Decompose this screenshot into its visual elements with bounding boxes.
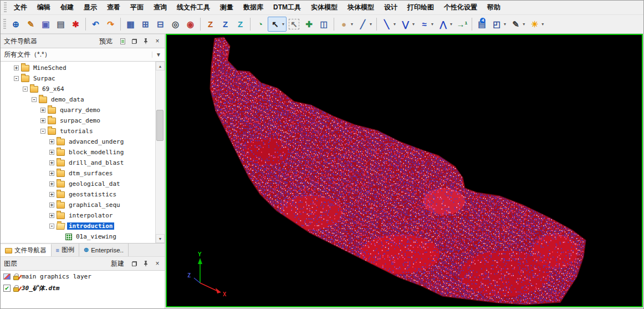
scrollbar-thumb[interactable]: [156, 110, 163, 141]
tab-Enterprise..[interactable]: ⊕Enterprise..: [79, 244, 129, 256]
tree-item-graphical_sequ[interactable]: +graphical_sequ: [1, 200, 155, 210]
preview-icon[interactable]: [117, 36, 127, 46]
tree-item-MineSched[interactable]: +MineSched: [1, 63, 155, 73]
line-tool-button[interactable]: ╲▾: [379, 17, 398, 32]
forms-button[interactable]: ▤4: [474, 17, 489, 32]
tree-expander-icon[interactable]: +: [40, 118, 45, 123]
close-panel-button[interactable]: ×: [152, 36, 162, 46]
tree-expander-icon[interactable]: +: [49, 139, 54, 144]
menu-查看[interactable]: 查看: [102, 1, 125, 14]
z-raise-button[interactable]: Z: [218, 17, 233, 32]
tree-expander-icon[interactable]: +: [49, 192, 54, 197]
z-plane-button[interactable]: Z: [203, 17, 218, 32]
view-window-button[interactable]: ◫: [316, 17, 331, 32]
profile-tool-button-dropdown[interactable]: ▾: [449, 22, 453, 27]
layer-lock-edit-icon[interactable]: [13, 287, 19, 292]
float-panel-button[interactable]: [129, 36, 139, 46]
toolbar-grip[interactable]: [3, 19, 6, 30]
edit-pencil-button[interactable]: ✎▾: [508, 17, 527, 32]
tree-item-interpolator[interactable]: +interpolator: [1, 210, 155, 221]
zoom-point-button[interactable]: ◉: [183, 17, 198, 32]
menu-显示[interactable]: 显示: [79, 1, 102, 14]
windows-layout-button[interactable]: ◰▾: [489, 17, 508, 32]
windows-layout-button-dropdown[interactable]: ▾: [503, 22, 507, 27]
scrollbar-track[interactable]: [156, 70, 165, 234]
undo-button[interactable]: ↶: [88, 17, 103, 32]
curve-tool-button[interactable]: ≈▾: [417, 17, 436, 32]
box-select-button[interactable]: ↖: [287, 17, 301, 32]
layer-row-30_矿体.dtm[interactable]: ✔30_矿体.dtm: [1, 282, 165, 294]
pin-panel-button[interactable]: [141, 36, 151, 46]
tree-item-tutorials[interactable]: -tutorials: [1, 126, 155, 136]
tree-item-surpac_demo[interactable]: +surpac_demo: [1, 115, 155, 126]
polyline-tool-button[interactable]: ⋁▾: [398, 17, 417, 32]
string-increment-button[interactable]: →¹: [454, 17, 469, 32]
redo-button[interactable]: ↷: [103, 17, 118, 32]
profile-tool-button[interactable]: ⋀▾: [436, 17, 454, 32]
menu-帮助[interactable]: 帮助: [482, 1, 505, 14]
layer-lock-edit-icon[interactable]: [13, 276, 19, 280]
menu-设计[interactable]: 设计: [379, 1, 402, 14]
menu-打印绘图[interactable]: 打印绘图: [402, 1, 439, 14]
tree-expander-icon[interactable]: -: [49, 224, 54, 229]
tree-item-demo_data[interactable]: -demo_data: [1, 94, 155, 105]
menu-编辑[interactable]: 编辑: [32, 1, 55, 14]
tree-expander-icon[interactable]: -: [23, 87, 28, 92]
tree-expander-icon[interactable]: -: [32, 97, 37, 102]
tree-expander-icon[interactable]: +: [40, 108, 45, 113]
float-layers-button[interactable]: [129, 259, 139, 269]
line-tool-button-dropdown[interactable]: ▾: [392, 22, 396, 27]
tree-expander-icon[interactable]: +: [49, 213, 54, 218]
tree-expander-icon[interactable]: +: [49, 202, 54, 207]
tree-item-advanced_underg[interactable]: +advanced_underg: [1, 136, 155, 147]
tree-item-drill_and_blast[interactable]: +drill_and_blast: [1, 158, 155, 168]
edit-pencil-button-dropdown[interactable]: ▾: [522, 22, 525, 27]
menu-查询[interactable]: 查询: [149, 1, 172, 14]
scroll-up-button[interactable]: ▲: [156, 62, 165, 70]
tree-item-geostatistics[interactable]: +geostatistics: [1, 189, 155, 200]
tree-item-block_modelling[interactable]: +block_modelling: [1, 147, 155, 158]
open-button[interactable]: ✎: [23, 17, 38, 32]
menu-实体模型[interactable]: 实体模型: [306, 1, 343, 14]
tree-item-01a_viewing[interactable]: 01a_viewing: [1, 231, 155, 242]
curve-tool-button-dropdown[interactable]: ▾: [430, 22, 434, 27]
menu-文件[interactable]: 文件: [9, 1, 32, 14]
display-settings-button-dropdown[interactable]: ▾: [540, 22, 544, 27]
timer-button[interactable]: ◔: [253, 17, 268, 32]
zoom-lens-button[interactable]: ◎: [168, 17, 183, 32]
polyline-tool-button-dropdown[interactable]: ▾: [411, 22, 415, 27]
bead-tool-button[interactable]: ●▾: [336, 17, 355, 32]
tree-item-Surpac[interactable]: -Surpac: [1, 73, 155, 84]
scroll-down-button[interactable]: ▼: [156, 234, 165, 243]
print-button[interactable]: ▤: [53, 17, 68, 32]
tree-expander-icon[interactable]: -: [14, 76, 19, 81]
tree-expander-icon[interactable]: +: [49, 181, 54, 186]
pointer-tool-button-dropdown[interactable]: ▾: [281, 22, 285, 27]
tree-expander-icon[interactable]: +: [49, 150, 54, 155]
3d-viewport[interactable]: Y X Z: [166, 34, 643, 307]
file-filter-dropdown[interactable]: 所有文件（*.*） ▼: [1, 48, 165, 62]
display-settings-button[interactable]: ☀▾: [527, 17, 546, 32]
tree-expander-icon[interactable]: +: [49, 160, 54, 165]
tree-item-dtm_surfaces[interactable]: +dtm_surfaces: [1, 168, 155, 179]
tree-scrollbar[interactable]: ▲ ▼: [155, 62, 165, 243]
z-lower-button[interactable]: Z: [233, 17, 248, 32]
tab-文件导航器[interactable]: 文件导航器: [1, 244, 52, 256]
zoom-out-grid-button[interactable]: ⊟: [153, 17, 168, 32]
dtm-model-canvas[interactable]: [167, 35, 642, 306]
menu-测量[interactable]: 测量: [215, 1, 238, 14]
pointer-tool-button[interactable]: ↖▾: [268, 17, 287, 32]
menu-数据库[interactable]: 数据库: [238, 1, 268, 14]
globe-button[interactable]: ⊕: [8, 17, 23, 32]
tree-expander-icon[interactable]: +: [14, 65, 19, 70]
tree-item-introduction[interactable]: -introduction: [1, 221, 155, 231]
axes-3d-button[interactable]: ✚: [301, 17, 316, 32]
bead-tool-button-dropdown[interactable]: ▾: [350, 22, 354, 27]
tree-item-quarry_demo[interactable]: +quarry_demo: [1, 105, 155, 115]
layer-checkbox-checked[interactable]: ✔: [3, 285, 11, 292]
new-layer-button[interactable]: 新建: [108, 258, 127, 270]
snap-line-button[interactable]: ╱▾: [355, 17, 374, 32]
tree-item-geological_dat[interactable]: +geological_dat: [1, 179, 155, 189]
tree-expander-icon[interactable]: -: [40, 129, 45, 134]
menu-线文件工具[interactable]: 线文件工具: [172, 1, 215, 14]
